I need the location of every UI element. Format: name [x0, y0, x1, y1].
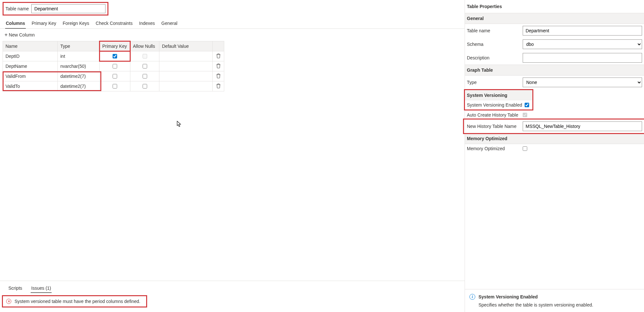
delete-row-button[interactable] [213, 71, 224, 81]
prop-sysver-enabled-label: System Versioning Enabled [467, 102, 522, 108]
table-name-label: Table name [5, 6, 29, 11]
columns-grid: Name Type Primary Key Allow Nulls Defaul… [3, 41, 224, 91]
cell-pk [100, 71, 130, 81]
header-default-value: Default Value [159, 41, 213, 51]
tab-scripts[interactable]: Scripts [8, 284, 23, 293]
cell-type[interactable]: nvarchar(50) [58, 61, 100, 71]
prop-type-label: Type [467, 80, 520, 85]
mouse-cursor-icon [177, 121, 182, 129]
cell-name[interactable]: DeptID [3, 51, 58, 61]
prop-table-name-label: Table name [467, 28, 520, 33]
plus-icon: + [5, 32, 7, 38]
info-body: Specifies whether the table is system ve… [469, 302, 639, 307]
prop-memory-optimized-checkbox[interactable] [523, 146, 527, 151]
table-name-input[interactable] [31, 4, 106, 13]
prop-history-name-label: New History Table Name [467, 124, 520, 129]
issue-text: System versioned table must have the per… [15, 299, 140, 304]
cell-nulls [130, 81, 159, 91]
properties-sidebar: Table Properties General Table name Sche… [465, 0, 644, 312]
header-name: Name [3, 41, 58, 51]
new-column-label: New Column [9, 32, 35, 37]
grid-header: Name Type Primary Key Allow Nulls Defaul… [3, 41, 224, 51]
pk-checkbox[interactable] [113, 54, 117, 58]
cell-pk [100, 61, 130, 71]
table-row[interactable]: DeptID int [3, 51, 224, 61]
prop-description-input[interactable] [523, 53, 642, 63]
nulls-checkbox[interactable] [143, 74, 147, 78]
prop-auto-create-checkbox[interactable] [523, 113, 527, 117]
tab-columns[interactable]: Columns [5, 18, 26, 28]
prop-schema-label: Schema [467, 42, 520, 47]
trash-icon [216, 73, 221, 79]
error-icon: ✕ [6, 299, 11, 304]
pk-checkbox[interactable] [113, 84, 117, 88]
cell-name[interactable]: ValidTo [3, 81, 58, 91]
designer-tabs: Columns Primary Key Foreign Keys Check C… [0, 17, 465, 29]
header-allow-nulls: Allow Nulls [130, 41, 159, 51]
cell-type[interactable]: datetime2(7) [58, 81, 100, 91]
pk-checkbox[interactable] [113, 64, 117, 68]
cell-type[interactable]: datetime2(7) [58, 71, 100, 81]
properties-title: Table Properties [465, 0, 644, 13]
bottom-panel: Scripts Issues (1) ✕ System versioned ta… [0, 281, 465, 312]
table-row[interactable]: ValidTo datetime2(7) [3, 81, 224, 91]
cell-type[interactable]: int [58, 51, 100, 61]
trash-icon [216, 83, 221, 89]
cell-default[interactable] [159, 81, 213, 91]
table-name-header: Table name [0, 0, 465, 17]
cell-name[interactable]: ValidFrom [3, 71, 58, 81]
cell-default[interactable] [159, 71, 213, 81]
section-memory-optimized: Memory Optimized [465, 133, 644, 144]
prop-history-name-input[interactable] [523, 121, 642, 131]
section-general: General [465, 13, 644, 24]
cell-pk [100, 81, 130, 91]
nulls-checkbox[interactable] [143, 64, 147, 68]
prop-type-select[interactable]: None [523, 78, 642, 87]
tab-issues[interactable]: Issues (1) [31, 284, 52, 293]
issue-item[interactable]: ✕ System versioned table must have the p… [2, 295, 147, 307]
tab-indexes[interactable]: Indexes [138, 18, 156, 28]
section-graph-table: Graph Table [465, 65, 644, 76]
delete-row-button[interactable] [213, 51, 224, 61]
cell-name[interactable]: DeptName [3, 61, 58, 71]
header-primary-key: Primary Key [100, 41, 130, 51]
cell-default[interactable] [159, 61, 213, 71]
new-column-button[interactable]: + New Column [0, 29, 39, 41]
pk-checkbox[interactable] [113, 74, 117, 78]
delete-row-button[interactable] [213, 61, 224, 71]
info-icon: i [469, 294, 475, 300]
trash-icon [216, 53, 221, 59]
prop-schema-select[interactable]: dbo [523, 39, 642, 49]
tab-check-constraints[interactable]: Check Constraints [95, 18, 133, 28]
table-row[interactable]: DeptName nvarchar(50) [3, 61, 224, 71]
cell-nulls [130, 61, 159, 71]
prop-memory-optimized-label: Memory Optimized [467, 146, 520, 151]
delete-row-button[interactable] [213, 81, 224, 91]
cell-pk [100, 51, 130, 61]
header-type: Type [58, 41, 100, 51]
section-system-versioning: System Versioning [465, 90, 532, 100]
info-panel: i System Versioning Enabled Specifies wh… [465, 289, 644, 312]
cell-default[interactable] [159, 51, 213, 61]
prop-description-label: Description [467, 55, 520, 60]
prop-auto-create-label: Auto Create History Table [467, 112, 520, 118]
header-actions [213, 41, 224, 51]
table-row[interactable]: ValidFrom datetime2(7) [3, 71, 224, 81]
prop-table-name-input[interactable] [523, 26, 642, 36]
nulls-checkbox[interactable] [143, 54, 147, 58]
tab-primary-key[interactable]: Primary Key [31, 18, 57, 28]
cell-nulls [130, 51, 159, 61]
info-title: System Versioning Enabled [478, 294, 538, 299]
tab-foreign-keys[interactable]: Foreign Keys [62, 18, 90, 28]
prop-sysver-enabled-checkbox[interactable] [525, 103, 529, 107]
tab-general[interactable]: General [161, 18, 178, 28]
cell-nulls [130, 71, 159, 81]
nulls-checkbox[interactable] [143, 84, 147, 88]
trash-icon [216, 63, 221, 69]
